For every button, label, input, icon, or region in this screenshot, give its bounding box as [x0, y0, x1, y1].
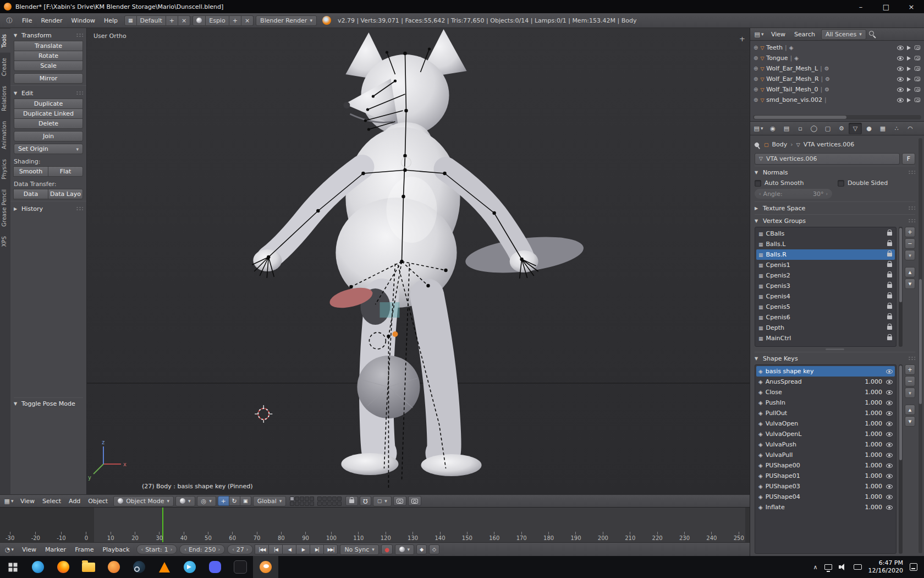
tool-button[interactable]: Rotate: [14, 51, 83, 61]
properties-tab[interactable]: ◯: [807, 123, 821, 134]
outliner-row[interactable]: ⊕ ▽ Wolf_Ear_Mesh_L | ⚙: [754, 63, 921, 74]
panel-grip-icon[interactable]: [76, 206, 83, 211]
playback-button[interactable]: ▶: [296, 544, 310, 554]
vertex-group-row[interactable]: ▦ Cpenis3: [756, 281, 895, 291]
tool-button[interactable]: Delete: [14, 118, 83, 129]
menu-item[interactable]: Search: [790, 29, 820, 40]
vertex-group-name[interactable]: Cpenis4: [766, 293, 884, 300]
taskbar-app-icon[interactable]: [202, 556, 228, 578]
fake-user-button[interactable]: F: [902, 153, 915, 165]
vertex-group-name[interactable]: Cpenis2: [766, 272, 884, 279]
shape-key-name[interactable]: Close: [766, 389, 862, 396]
history-panel-header[interactable]: ▶ History: [14, 203, 83, 215]
tool-button[interactable]: Translate: [14, 41, 83, 51]
editor-type-select[interactable]: ◔ ▾: [3, 544, 15, 554]
shape-key-row[interactable]: ◈ AnusSpread 1.000: [756, 377, 895, 387]
taskbar-clock[interactable]: 6:47 PM 12/16/2020: [868, 559, 903, 575]
auto-keyframe-button[interactable]: ●: [381, 544, 393, 554]
pivot-select[interactable]: ◎ ▾: [197, 496, 216, 506]
tool-button[interactable]: Data Layo: [48, 189, 83, 199]
close-scene-button[interactable]: ×: [241, 15, 254, 26]
outliner-item-name[interactable]: Wolf_Ear_Mesh_R: [766, 75, 818, 83]
shape-key-row[interactable]: ◈ VulvaOpenL 1.000: [756, 429, 895, 439]
editor-type-select[interactable]: ▤ ▾: [753, 29, 765, 39]
mute-eye-icon[interactable]: [886, 432, 893, 437]
vertex-group-name[interactable]: Cpenis3: [766, 282, 884, 290]
expand-icon[interactable]: ⊕: [754, 45, 758, 51]
shape-key-specials-button[interactable]: ▾: [905, 388, 915, 398]
outliner-item-name[interactable]: Wolf_Ear_Mesh_L: [766, 65, 818, 72]
snap-element-select[interactable]: ▢ ▾: [373, 496, 392, 506]
taskbar-app-icon[interactable]: [51, 556, 76, 578]
vertex-group-row[interactable]: ▦ Cpenis2: [756, 270, 895, 281]
scene-name[interactable]: Espio: [206, 15, 229, 26]
mirror-button[interactable]: Mirror: [14, 73, 83, 84]
visibility-eye-icon[interactable]: [897, 46, 904, 50]
taskbar-app-icon[interactable]: [25, 556, 51, 578]
visibility-eye-icon[interactable]: [897, 67, 904, 71]
timeline-strip[interactable]: -30-20-100102030405060708090100110120130…: [0, 507, 750, 542]
vertex-groups-panel-header[interactable]: ▼ Vertex Groups: [755, 214, 915, 227]
layer-cell[interactable]: [332, 497, 337, 501]
selectable-arrow-icon[interactable]: [907, 67, 911, 71]
tool-shelf-tab[interactable]: Animation: [0, 116, 10, 154]
vertex-group-specials-button[interactable]: ▾: [905, 250, 915, 260]
layer-cell[interactable]: [322, 501, 327, 506]
lock-icon[interactable]: [887, 242, 892, 246]
outliner-row[interactable]: ⊕ ▽ Teeth | ◈: [754, 42, 921, 53]
properties-tab[interactable]: ◉: [766, 123, 779, 134]
vertex-group-name[interactable]: Cpenis6: [766, 314, 884, 321]
layer-cell[interactable]: [310, 497, 314, 501]
move-key-down-button[interactable]: ▼: [905, 416, 915, 427]
playback-button[interactable]: ◀: [282, 544, 296, 554]
lock-icon[interactable]: [887, 284, 892, 288]
shape-key-name[interactable]: PUShape03: [766, 483, 862, 490]
spin-left-icon[interactable]: ‹: [232, 547, 234, 552]
keyboard-icon[interactable]: [854, 564, 862, 570]
shape-key-name[interactable]: PUShape04: [766, 493, 862, 500]
shape-key-value[interactable]: 1.000: [865, 504, 883, 511]
shape-key-name[interactable]: VulvaOpen: [766, 420, 862, 427]
vertex-group-name[interactable]: Balls.L: [766, 241, 884, 248]
selectable-arrow-icon[interactable]: [907, 88, 911, 92]
normals-panel-header[interactable]: ▼ Normals: [755, 166, 915, 178]
sync-select[interactable]: No Sync ▾: [340, 544, 379, 555]
vertex-group-row[interactable]: ▦ Cpenis1: [756, 260, 895, 270]
properties-tab[interactable]: ▫: [794, 123, 807, 134]
tool-button[interactable]: Duplicate Linked: [14, 108, 83, 119]
lock-camera-button[interactable]: [345, 496, 358, 506]
layer-cell[interactable]: [327, 497, 332, 501]
properties-tab[interactable]: ◠: [904, 123, 917, 134]
mute-eye-icon[interactable]: [886, 495, 893, 499]
shape-key-name[interactable]: VulvaOpenL: [766, 430, 862, 438]
properties-tab[interactable]: ▽: [849, 123, 862, 134]
layer-cell[interactable]: [327, 501, 332, 506]
visibility-eye-icon[interactable]: [897, 98, 904, 102]
outliner-row[interactable]: ⊕ ▽ smd_bone_vis.002 |: [754, 95, 921, 105]
shape-key-name[interactable]: AnusSpread: [766, 378, 862, 385]
shape-key-row[interactable]: ◈ Inflate 1.000: [756, 502, 895, 512]
lock-icon[interactable]: [887, 336, 892, 340]
pin-icon[interactable]: [754, 141, 760, 148]
layer-cell[interactable]: [337, 497, 342, 501]
vertex-group-row[interactable]: ▦ Cpenis5: [756, 302, 895, 312]
lock-icon[interactable]: [887, 274, 892, 277]
lock-icon[interactable]: [887, 263, 892, 267]
tool-button[interactable]: Flat: [48, 166, 83, 177]
add-shape-key-button[interactable]: +: [905, 364, 915, 375]
mute-eye-icon[interactable]: [886, 474, 893, 478]
layer-cell[interactable]: [295, 501, 299, 506]
double-sided-checkbox[interactable]: Double Sided: [838, 179, 915, 187]
orientation-select[interactable]: Global ▾: [253, 496, 287, 506]
menu-item[interactable]: View: [18, 544, 41, 555]
scene-canvas[interactable]: x z y: [87, 28, 750, 494]
shape-key-value[interactable]: 1.000: [865, 462, 883, 469]
shape-key-value[interactable]: 1.000: [865, 441, 883, 448]
close-button[interactable]: ×: [899, 0, 924, 13]
mute-eye-icon[interactable]: [886, 464, 893, 468]
spin-left-icon[interactable]: ‹: [184, 547, 186, 552]
shape-key-value[interactable]: 1.000: [865, 420, 883, 427]
playback-button[interactable]: |◀: [268, 544, 283, 554]
shape-key-name[interactable]: basis shape key: [766, 368, 879, 375]
menu-item[interactable]: Playback: [98, 544, 134, 555]
